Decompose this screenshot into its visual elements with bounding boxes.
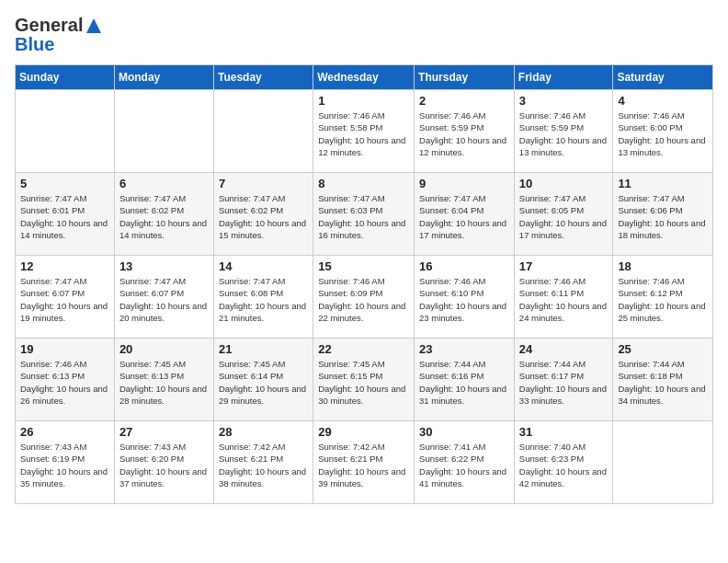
calendar-cell: 28 Sunrise: 7:42 AMSunset: 6:21 PMDaylig… [213, 421, 313, 504]
day-number: 9 [419, 177, 509, 190]
day-detail: Sunrise: 7:47 AMSunset: 6:01 PMDaylight:… [20, 192, 109, 241]
day-detail: Sunrise: 7:44 AMSunset: 6:17 PMDaylight:… [519, 358, 609, 407]
calendar-cell: 26 Sunrise: 7:43 AMSunset: 6:19 PMDaylig… [16, 421, 115, 504]
page-header: General Blue [15, 15, 713, 55]
day-detail: Sunrise: 7:44 AMSunset: 6:18 PMDaylight:… [618, 358, 708, 407]
calendar-cell: 8 Sunrise: 7:47 AMSunset: 6:03 PMDayligh… [313, 173, 415, 256]
day-detail: Sunrise: 7:46 AMSunset: 6:09 PMDaylight:… [318, 275, 409, 324]
day-detail: Sunrise: 7:45 AMSunset: 6:13 PMDaylight:… [119, 358, 209, 407]
logo: General Blue [15, 15, 103, 55]
calendar-cell: 3 Sunrise: 7:46 AMSunset: 5:59 PMDayligh… [514, 90, 613, 173]
day-number: 8 [318, 177, 409, 190]
day-number: 19 [20, 342, 109, 356]
day-number: 18 [618, 259, 708, 273]
calendar-cell: 19 Sunrise: 7:46 AMSunset: 6:13 PMDaylig… [16, 339, 115, 421]
day-of-week-header: Monday [114, 65, 213, 90]
day-detail: Sunrise: 7:46 AMSunset: 5:59 PMDaylight:… [519, 109, 609, 158]
day-detail: Sunrise: 7:45 AMSunset: 6:14 PMDaylight:… [219, 358, 308, 407]
calendar-cell: 11 Sunrise: 7:47 AMSunset: 6:06 PMDaylig… [613, 173, 713, 256]
day-of-week-header: Friday [514, 65, 613, 90]
day-detail: Sunrise: 7:42 AMSunset: 6:21 PMDaylight:… [318, 441, 409, 489]
day-number: 27 [119, 425, 209, 439]
calendar-cell: 7 Sunrise: 7:47 AMSunset: 6:02 PMDayligh… [213, 173, 313, 256]
day-detail: Sunrise: 7:47 AMSunset: 6:02 PMDaylight:… [219, 192, 308, 241]
day-of-week-header: Tuesday [213, 65, 313, 90]
day-number: 21 [219, 342, 308, 356]
day-of-week-header: Thursday [415, 65, 515, 90]
day-of-week-header: Saturday [613, 65, 713, 90]
day-number: 4 [618, 94, 708, 108]
day-number: 1 [318, 94, 409, 108]
day-number: 15 [318, 259, 409, 273]
day-number: 20 [119, 342, 209, 356]
calendar-week-row: 1 Sunrise: 7:46 AMSunset: 5:58 PMDayligh… [16, 90, 713, 173]
calendar-cell [213, 90, 313, 173]
day-detail: Sunrise: 7:47 AMSunset: 6:02 PMDaylight:… [119, 192, 209, 241]
day-detail: Sunrise: 7:46 AMSunset: 6:10 PMDaylight:… [419, 275, 509, 324]
day-number: 7 [219, 177, 308, 190]
day-detail: Sunrise: 7:40 AMSunset: 6:23 PMDaylight:… [519, 441, 609, 489]
calendar-cell: 9 Sunrise: 7:47 AMSunset: 6:04 PMDayligh… [415, 173, 515, 256]
calendar-cell: 13 Sunrise: 7:47 AMSunset: 6:07 PMDaylig… [114, 256, 213, 339]
day-number: 31 [519, 425, 609, 439]
calendar: SundayMondayTuesdayWednesdayThursdayFrid… [15, 64, 713, 504]
day-number: 24 [519, 342, 609, 356]
calendar-cell: 10 Sunrise: 7:47 AMSunset: 6:05 PMDaylig… [514, 173, 613, 256]
day-number: 17 [519, 259, 609, 273]
day-detail: Sunrise: 7:47 AMSunset: 6:03 PMDaylight:… [318, 192, 409, 241]
calendar-cell: 14 Sunrise: 7:47 AMSunset: 6:08 PMDaylig… [213, 256, 313, 339]
day-detail: Sunrise: 7:47 AMSunset: 6:07 PMDaylight:… [20, 275, 109, 324]
calendar-week-row: 26 Sunrise: 7:43 AMSunset: 6:19 PMDaylig… [16, 421, 713, 504]
day-detail: Sunrise: 7:46 AMSunset: 6:12 PMDaylight:… [618, 275, 708, 324]
calendar-cell: 31 Sunrise: 7:40 AMSunset: 6:23 PMDaylig… [514, 421, 613, 504]
day-detail: Sunrise: 7:46 AMSunset: 5:59 PMDaylight:… [419, 109, 509, 158]
calendar-cell: 18 Sunrise: 7:46 AMSunset: 6:12 PMDaylig… [613, 256, 713, 339]
calendar-cell: 29 Sunrise: 7:42 AMSunset: 6:21 PMDaylig… [313, 421, 415, 504]
day-number: 12 [20, 259, 109, 273]
calendar-cell: 17 Sunrise: 7:46 AMSunset: 6:11 PMDaylig… [514, 256, 613, 339]
calendar-cell: 23 Sunrise: 7:44 AMSunset: 6:16 PMDaylig… [415, 339, 515, 421]
day-of-week-header: Wednesday [313, 65, 415, 90]
day-detail: Sunrise: 7:46 AMSunset: 6:00 PMDaylight:… [618, 109, 708, 158]
calendar-cell: 22 Sunrise: 7:45 AMSunset: 6:15 PMDaylig… [313, 339, 415, 421]
calendar-cell: 24 Sunrise: 7:44 AMSunset: 6:17 PMDaylig… [514, 339, 613, 421]
calendar-cell: 1 Sunrise: 7:46 AMSunset: 5:58 PMDayligh… [313, 90, 415, 173]
calendar-cell: 27 Sunrise: 7:43 AMSunset: 6:20 PMDaylig… [114, 421, 213, 504]
day-detail: Sunrise: 7:47 AMSunset: 6:04 PMDaylight:… [419, 192, 509, 241]
day-detail: Sunrise: 7:47 AMSunset: 6:08 PMDaylight:… [219, 275, 308, 324]
day-number: 2 [419, 94, 509, 108]
day-number: 13 [119, 259, 209, 273]
calendar-cell: 30 Sunrise: 7:41 AMSunset: 6:22 PMDaylig… [415, 421, 515, 504]
day-number: 14 [219, 259, 308, 273]
day-number: 10 [519, 177, 609, 190]
day-detail: Sunrise: 7:43 AMSunset: 6:19 PMDaylight:… [20, 441, 109, 489]
calendar-cell: 25 Sunrise: 7:44 AMSunset: 6:18 PMDaylig… [613, 339, 713, 421]
day-number: 6 [119, 177, 209, 190]
day-number: 29 [318, 425, 409, 439]
day-number: 26 [20, 425, 109, 439]
day-number: 3 [519, 94, 609, 108]
calendar-week-row: 12 Sunrise: 7:47 AMSunset: 6:07 PMDaylig… [16, 256, 713, 339]
logo-blue-text: Blue [15, 34, 54, 55]
calendar-cell: 2 Sunrise: 7:46 AMSunset: 5:59 PMDayligh… [415, 90, 515, 173]
day-detail: Sunrise: 7:43 AMSunset: 6:20 PMDaylight:… [119, 441, 209, 489]
day-of-week-header: Sunday [16, 65, 115, 90]
calendar-cell: 4 Sunrise: 7:46 AMSunset: 6:00 PMDayligh… [613, 90, 713, 173]
calendar-cell: 21 Sunrise: 7:45 AMSunset: 6:14 PMDaylig… [213, 339, 313, 421]
calendar-cell [16, 90, 115, 173]
calendar-week-row: 19 Sunrise: 7:46 AMSunset: 6:13 PMDaylig… [16, 339, 713, 421]
calendar-cell: 12 Sunrise: 7:47 AMSunset: 6:07 PMDaylig… [16, 256, 115, 339]
day-detail: Sunrise: 7:47 AMSunset: 6:05 PMDaylight:… [519, 192, 609, 241]
logo-general-text: General [15, 15, 83, 36]
day-detail: Sunrise: 7:46 AMSunset: 6:11 PMDaylight:… [519, 275, 609, 324]
calendar-cell [114, 90, 213, 173]
day-detail: Sunrise: 7:45 AMSunset: 6:15 PMDaylight:… [318, 358, 409, 407]
day-number: 25 [618, 342, 708, 356]
day-number: 23 [419, 342, 509, 356]
logo-icon [85, 17, 103, 35]
day-detail: Sunrise: 7:47 AMSunset: 6:06 PMDaylight:… [618, 192, 708, 241]
day-detail: Sunrise: 7:44 AMSunset: 6:16 PMDaylight:… [419, 358, 509, 407]
calendar-header-row: SundayMondayTuesdayWednesdayThursdayFrid… [16, 65, 713, 90]
calendar-cell: 5 Sunrise: 7:47 AMSunset: 6:01 PMDayligh… [16, 173, 115, 256]
day-detail: Sunrise: 7:41 AMSunset: 6:22 PMDaylight:… [419, 441, 509, 489]
